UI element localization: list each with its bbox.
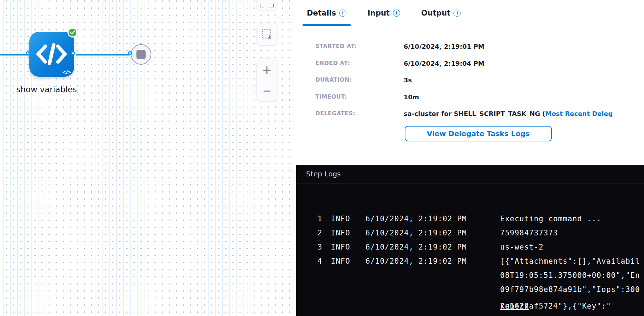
detail-row-ended-at: ENDED AT: 6/10/2024, 2:19:04 PM: [296, 60, 644, 70]
pipeline-canvas[interactable]: </> show variables + −: [0, 0, 296, 316]
detail-row-delegates: DELEGATES: sa-cluster for SHELL_SCRIPT_T…: [296, 110, 644, 120]
zoom-out-icon[interactable]: −: [262, 86, 271, 96]
stop-icon: [136, 50, 146, 59]
node-port-in[interactable]: [26, 51, 30, 55]
log-line: 3 INFO 6/10/2024, 2:19:02 PM us-west-2: [296, 240, 644, 254]
zoom-controls: + −: [257, 59, 277, 101]
step-details-panel: Details i Input i Output i STARTED AT: 6…: [296, 0, 644, 316]
log-line: 1 INFO 6/10/2024, 2:19:02 PM Executing c…: [296, 212, 644, 226]
zoom-in-icon[interactable]: +: [262, 64, 272, 76]
log-line-wrap: 09f797b98e874a91b","Iops":300: [296, 283, 644, 297]
log-line-wrap: 7e1627af5724"},{"Key":"kubern: [296, 297, 644, 311]
expand-icon: [260, 4, 274, 7]
view-delegate-tasks-logs-button[interactable]: View Delegate Tasks Logs: [405, 126, 552, 141]
end-node-port[interactable]: [128, 51, 132, 55]
edge-to-end-node: [76, 54, 129, 55]
most-recent-delegate-link[interactable]: Most Recent Deleg: [545, 110, 613, 117]
code-icon: [35, 43, 68, 65]
log-link[interactable]: kubern: [500, 302, 529, 310]
log-line: 2 INFO 6/10/2024, 2:19:02 PM 75998473737…: [296, 226, 644, 240]
pipeline-execution-view: </> show variables + −: [0, 0, 644, 316]
step-node-show-variables[interactable]: </>: [29, 32, 74, 77]
fit-view-button[interactable]: [257, 0, 277, 10]
info-icon[interactable]: i: [393, 10, 400, 17]
tab-output[interactable]: Output i: [418, 0, 464, 26]
node-port-out[interactable]: [71, 51, 75, 55]
shell-script-mini-icon: </>: [62, 69, 71, 75]
step-logs-console[interactable]: 1 INFO 6/10/2024, 2:19:02 PM Executing c…: [296, 184, 644, 316]
log-line: 4 INFO 6/10/2024, 2:19:02 PM [{"Attachme…: [296, 254, 644, 269]
detail-row-started-at: STARTED AT: 6/10/2024, 2:19:01 PM: [296, 43, 644, 53]
marquee-select-button[interactable]: [257, 23, 277, 45]
detail-row-timeout: TIMEOUT: 10m: [296, 93, 644, 103]
edge-incoming: [0, 54, 29, 55]
info-icon[interactable]: i: [339, 10, 346, 17]
tab-input[interactable]: Input i: [365, 0, 403, 26]
step-node-label: show variables: [16, 85, 108, 94]
log-line-wrap: 08T19:05:51.375000+00:00","En: [296, 269, 644, 283]
detail-row-duration: DURATION: 3s: [296, 76, 644, 86]
step-logs-panel: Step Logs 1 INFO 6/10/2024, 2:19:02 PM E…: [296, 165, 644, 316]
success-check-icon: [68, 28, 77, 37]
details-tab-bar: Details i Input i Output i: [296, 0, 644, 26]
step-logs-header: Step Logs: [296, 165, 644, 183]
tab-details[interactable]: Details i: [304, 0, 349, 26]
info-icon[interactable]: i: [453, 10, 461, 17]
log-line-wrap: {"Key":"kubernetes.io/creat: [296, 311, 644, 316]
end-node[interactable]: [131, 44, 151, 65]
marquee-select-icon: [261, 29, 273, 40]
step-logs-title: Step Logs: [306, 170, 341, 178]
